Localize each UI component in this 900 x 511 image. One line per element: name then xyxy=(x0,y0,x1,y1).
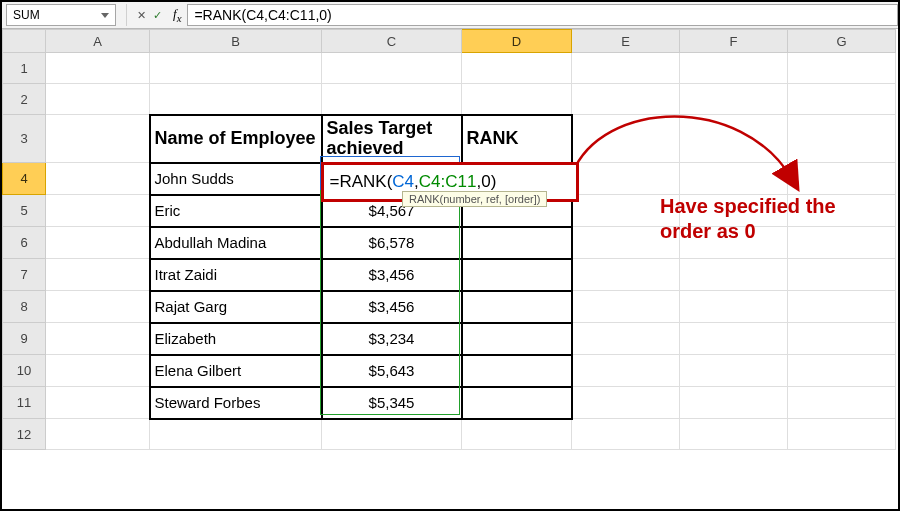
cell[interactable] xyxy=(46,115,150,163)
cell[interactable] xyxy=(680,53,788,84)
cell[interactable] xyxy=(150,53,322,84)
cell[interactable] xyxy=(150,419,322,450)
cell[interactable] xyxy=(572,355,680,387)
cell[interactable] xyxy=(572,259,680,291)
cell[interactable] xyxy=(680,291,788,323)
table-row-rank[interactable] xyxy=(462,323,572,355)
annotation-arrow xyxy=(562,89,822,209)
cell[interactable] xyxy=(680,419,788,450)
cancel-formula-button[interactable]: ✕ xyxy=(133,9,149,22)
table-header-sales[interactable]: Sales Target achieved xyxy=(322,115,462,163)
cell[interactable] xyxy=(46,259,150,291)
table-row-rank[interactable] xyxy=(462,291,572,323)
fx-icon[interactable]: fx xyxy=(173,6,181,24)
cell[interactable] xyxy=(788,323,896,355)
table-row-rank[interactable] xyxy=(462,227,572,259)
col-hdr-G[interactable]: G xyxy=(788,30,896,53)
cell[interactable] xyxy=(46,53,150,84)
cell[interactable] xyxy=(572,323,680,355)
col-hdr-A[interactable]: A xyxy=(46,30,150,53)
function-tooltip: RANK(number, ref, [order]) xyxy=(402,191,547,207)
cell[interactable] xyxy=(46,227,150,259)
cell[interactable] xyxy=(680,387,788,419)
cell[interactable] xyxy=(46,355,150,387)
col-hdr-F[interactable]: F xyxy=(680,30,788,53)
cell[interactable] xyxy=(680,259,788,291)
cell[interactable] xyxy=(788,419,896,450)
col-hdr-E[interactable]: E xyxy=(572,30,680,53)
cell[interactable] xyxy=(46,84,150,115)
name-box[interactable]: SUM xyxy=(6,4,116,26)
cell-C4-editing[interactable]: =RANK(C4,C4:C11,0) xyxy=(322,163,462,195)
col-hdr-C[interactable]: C xyxy=(322,30,462,53)
cell[interactable] xyxy=(572,291,680,323)
table-header-name[interactable]: Name of Employee xyxy=(150,115,322,163)
worksheet[interactable]: A B C D E F G 1 2 xyxy=(2,29,898,510)
cell[interactable] xyxy=(46,387,150,419)
row-hdr-11[interactable]: 11 xyxy=(3,387,46,419)
row-hdr-5[interactable]: 5 xyxy=(3,195,46,227)
row-hdr-9[interactable]: 9 xyxy=(3,323,46,355)
row-hdr-7[interactable]: 7 xyxy=(3,259,46,291)
cell[interactable] xyxy=(572,419,680,450)
row-hdr-1[interactable]: 1 xyxy=(3,53,46,84)
row-hdr-3[interactable]: 3 xyxy=(3,115,46,163)
cell[interactable] xyxy=(788,291,896,323)
table-row-sales[interactable]: $5,345 xyxy=(322,387,462,419)
name-box-value: SUM xyxy=(13,8,40,22)
accept-formula-button[interactable]: ✓ xyxy=(149,9,165,22)
table-row-name[interactable]: Itrat Zaidi xyxy=(150,259,322,291)
row-hdr-12[interactable]: 12 xyxy=(3,419,46,450)
chevron-down-icon[interactable] xyxy=(101,13,109,18)
table-row-name[interactable]: John Sudds xyxy=(150,163,322,195)
cell[interactable] xyxy=(46,195,150,227)
table-row-sales[interactable]: $3,456 xyxy=(322,291,462,323)
cell[interactable] xyxy=(788,259,896,291)
cell[interactable] xyxy=(46,323,150,355)
row-hdr-10[interactable]: 10 xyxy=(3,355,46,387)
cell[interactable] xyxy=(572,387,680,419)
cell[interactable] xyxy=(462,53,572,84)
cell[interactable] xyxy=(322,84,462,115)
cell[interactable] xyxy=(322,419,462,450)
cell[interactable] xyxy=(46,291,150,323)
table-row-sales[interactable]: $3,456 xyxy=(322,259,462,291)
table-row-sales[interactable]: $6,578 xyxy=(322,227,462,259)
row-hdr-8[interactable]: 8 xyxy=(3,291,46,323)
row-hdr-4[interactable]: 4 xyxy=(3,163,46,195)
col-hdr-D[interactable]: D xyxy=(462,30,572,53)
cell[interactable] xyxy=(572,53,680,84)
cell[interactable] xyxy=(150,84,322,115)
cell[interactable] xyxy=(788,387,896,419)
cell[interactable] xyxy=(322,53,462,84)
table-row-rank[interactable] xyxy=(462,259,572,291)
row-hdr-2[interactable]: 2 xyxy=(3,84,46,115)
col-hdr-B[interactable]: B xyxy=(150,30,322,53)
app-window: SUM ✕ ✓ fx =RANK(C4,C4:C11,0) xyxy=(0,0,900,511)
table-row-name[interactable]: Elena Gilbert xyxy=(150,355,322,387)
table-row-rank[interactable] xyxy=(462,387,572,419)
cell[interactable] xyxy=(680,323,788,355)
table-row-name[interactable]: Elizabeth xyxy=(150,323,322,355)
table-row-name[interactable]: Abdullah Madina xyxy=(150,227,322,259)
table-row-name[interactable]: Steward Forbes xyxy=(150,387,322,419)
table-row-sales[interactable]: $5,643 xyxy=(322,355,462,387)
select-all-corner[interactable] xyxy=(3,30,46,53)
table-row-rank[interactable] xyxy=(462,355,572,387)
cell[interactable] xyxy=(788,53,896,84)
cell[interactable] xyxy=(680,355,788,387)
table-header-rank[interactable]: RANK xyxy=(462,115,572,163)
cell[interactable] xyxy=(462,84,572,115)
row-hdr-6[interactable]: 6 xyxy=(3,227,46,259)
cell[interactable] xyxy=(788,355,896,387)
formula-input[interactable]: =RANK(C4,C4:C11,0) xyxy=(187,4,898,26)
formula-bar: SUM ✕ ✓ fx =RANK(C4,C4:C11,0) xyxy=(2,2,898,29)
table-row-name[interactable]: Rajat Garg xyxy=(150,291,322,323)
cell[interactable] xyxy=(46,163,150,195)
table-row-sales[interactable]: $3,234 xyxy=(322,323,462,355)
table-row-name[interactable]: Eric xyxy=(150,195,322,227)
cell[interactable] xyxy=(46,419,150,450)
formula-text: =RANK(C4,C4:C11,0) xyxy=(194,7,331,23)
cell[interactable] xyxy=(462,419,572,450)
